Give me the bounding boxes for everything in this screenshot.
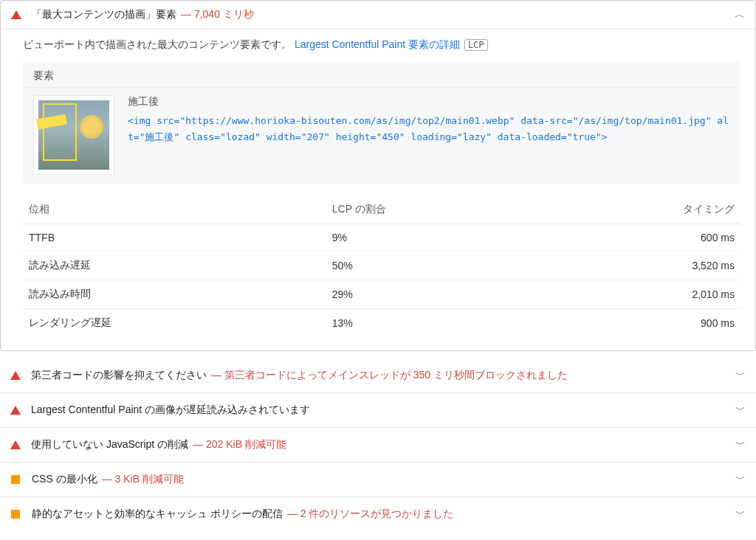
audit-title: 使用していない JavaScript の削減 (31, 438, 188, 451)
audit-title: Largest Contentful Paint の画像が遅延読み込みされていま… (31, 404, 310, 417)
learn-more-link[interactable]: Largest Contentful Paint 要素の詳細 (295, 38, 460, 50)
audit-header[interactable]: 「最大コンテンツの描画」要素 — 7,040 ミリ秒 ︿ (1, 1, 755, 30)
audit-cache-policy[interactable]: 静的なアセットと効率的なキャッシュ ポリシーの配信 — 2 件のリソースが見つか… (0, 497, 756, 531)
table-row: 読み込み時間 29% 2,010 ms (23, 280, 740, 309)
chevron-down-icon[interactable]: ﹀ (735, 369, 746, 382)
table-row: TTFB 9% 600 ms (23, 224, 740, 252)
description-text: ビューポート内で描画された最大のコンテンツ要素です。 (23, 38, 292, 50)
warning-square-icon (11, 510, 20, 519)
audit-unused-js[interactable]: 使用していない JavaScript の削減 — 202 KiB 削減可能 ﹀ (0, 428, 756, 463)
warning-triangle-icon (10, 371, 21, 380)
warning-square-icon (11, 475, 20, 484)
table-row: レンダリング遅延 13% 900 ms (23, 309, 740, 338)
cell-timing: 3,520 ms (537, 252, 740, 280)
audit-title: 「最大コンテンツの描画」要素 (32, 8, 176, 21)
phase-table: 位相 LCP の割合 タイミング TTFB 9% 600 ms 読み込み遅延 5… (23, 195, 740, 337)
cell-phase: TTFB (23, 224, 326, 252)
cell-phase: レンダリング遅延 (23, 309, 326, 338)
element-box-header: 要素 (23, 62, 740, 88)
cell-pct: 50% (326, 252, 537, 280)
audit-lcp-element: 「最大コンテンツの描画」要素 — 7,040 ミリ秒 ︿ ビューポート内で描画さ… (0, 0, 756, 351)
audit-title: 第三者コードの影響を抑えてください (31, 369, 207, 382)
warning-triangle-icon (10, 440, 21, 449)
element-code: <img src="https://www.horioka-bisouten.c… (128, 113, 730, 145)
element-box: 要素 施工後 <img src="https://www.horioka-bis… (23, 62, 740, 184)
col-phase: 位相 (23, 195, 326, 224)
warning-triangle-icon (11, 10, 21, 19)
element-thumbnail (33, 95, 114, 175)
chevron-down-icon[interactable]: ﹀ (735, 404, 746, 417)
cell-phase: 読み込み遅延 (23, 252, 326, 280)
audit-description: ビューポート内で描画された最大のコンテンツ要素です。 Largest Conte… (23, 38, 740, 52)
audit-body: ビューポート内で描画された最大のコンテンツ要素です。 Largest Conte… (1, 30, 755, 350)
audit-metric: — 7,040 ミリ秒 (181, 8, 254, 21)
audit-metric: — 202 KiB 削減可能 (193, 438, 286, 451)
cell-phase: 読み込み時間 (23, 280, 326, 309)
audit-third-party[interactable]: 第三者コードの影響を抑えてください — 第三者コードによってメインスレッドが 3… (0, 359, 756, 393)
chevron-up-icon[interactable]: ︿ (735, 8, 745, 21)
thumb-highlight (43, 103, 77, 161)
cell-pct: 29% (326, 280, 537, 309)
audit-title: CSS の最小化 (32, 473, 97, 486)
cell-pct: 13% (326, 309, 537, 338)
audit-lazy-lcp[interactable]: Largest Contentful Paint の画像が遅延読み込みされていま… (0, 393, 756, 428)
audit-metric: — 第三者コードによってメインスレッドが 350 ミリ秒間ブロックされました (211, 369, 568, 382)
table-row: 読み込み遅延 50% 3,520 ms (23, 252, 740, 280)
audit-minify-css[interactable]: CSS の最小化 — 3 KiB 削減可能 ﹀ (0, 463, 756, 497)
chevron-down-icon[interactable]: ﹀ (735, 438, 746, 451)
cell-timing: 2,010 ms (537, 280, 740, 309)
collapsed-audits: 第三者コードの影響を抑えてください — 第三者コードによってメインスレッドが 3… (0, 359, 756, 531)
chevron-down-icon[interactable]: ﹀ (735, 473, 746, 486)
col-timing: タイミング (537, 195, 740, 224)
cell-timing: 600 ms (537, 224, 740, 252)
warning-triangle-icon (10, 406, 21, 415)
audit-title: 静的なアセットと効率的なキャッシュ ポリシーの配信 (32, 508, 283, 521)
chevron-down-icon[interactable]: ﹀ (735, 508, 746, 521)
element-text: 施工後 <img src="https://www.horioka-bisout… (128, 95, 730, 175)
thumb-circle (80, 115, 103, 139)
audit-metric: — 2 件のリソースが見つかりました (287, 508, 454, 521)
col-pct: LCP の割合 (326, 195, 537, 224)
cell-pct: 9% (326, 224, 537, 252)
audit-metric: — 3 KiB 削減可能 (102, 473, 184, 486)
element-label: 施工後 (128, 95, 730, 108)
element-row: 施工後 <img src="https://www.horioka-bisout… (23, 88, 740, 175)
lcp-badge: LCP (464, 39, 488, 51)
cell-timing: 900 ms (537, 309, 740, 338)
